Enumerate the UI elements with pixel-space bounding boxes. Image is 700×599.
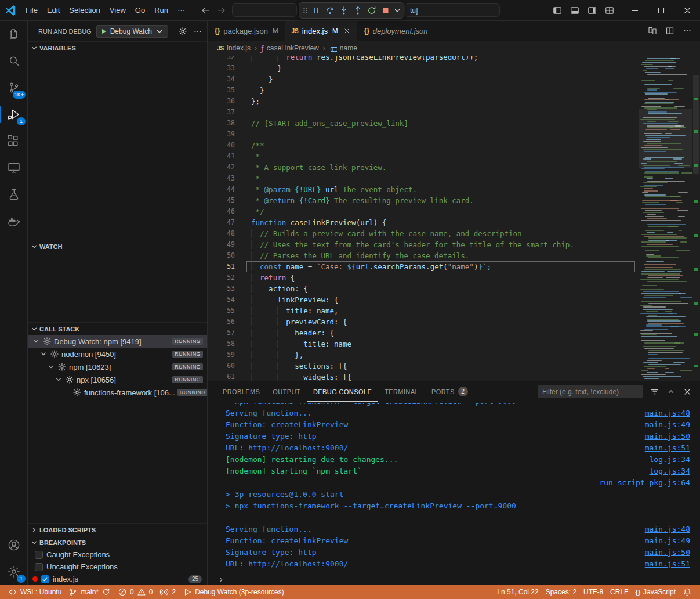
debug-toolbar-chevron-icon[interactable] — [393, 6, 402, 15]
activity-testing[interactable] — [0, 181, 27, 208]
filter-icon[interactable] — [650, 387, 659, 396]
status-notifications[interactable] — [679, 586, 695, 598]
status-eol[interactable]: CRLF — [607, 586, 632, 598]
minimap[interactable] — [639, 56, 692, 381]
code-line[interactable]: 35 } — [208, 85, 700, 96]
debug-config-picker[interactable]: Debug Watch — [96, 25, 168, 38]
line-number[interactable]: 37 — [208, 107, 235, 118]
code-line[interactable]: 48 // Builds a preview card with the cas… — [208, 228, 700, 239]
start-debug-icon[interactable] — [100, 28, 107, 35]
line-number[interactable]: 46 — [208, 206, 235, 217]
code-line[interactable]: 33 } — [208, 63, 700, 74]
code-line[interactable]: 59 }, — [208, 349, 700, 360]
menu-more[interactable]: ⋯ — [173, 4, 190, 16]
status-cursor-position[interactable]: Ln 51, Col 22 — [494, 586, 542, 598]
window-title-box[interactable]: tu] — [404, 3, 500, 17]
line-number[interactable]: 36 — [208, 96, 235, 107]
activity-settings[interactable]: 1 — [0, 558, 27, 585]
chevron-down-icon[interactable] — [55, 376, 63, 383]
menu-edit[interactable]: Edit — [42, 4, 64, 16]
line-number[interactable]: 56 — [208, 316, 235, 327]
open-changes-icon[interactable] — [648, 26, 657, 35]
status-remote[interactable]: WSL: Ubuntu — [5, 586, 65, 598]
sidebar-more-actions-icon[interactable] — [193, 27, 202, 36]
section-variables[interactable]: VARIABLES — [28, 41, 207, 54]
status-branch[interactable]: main* — [65, 586, 114, 598]
activity-search[interactable] — [0, 48, 27, 74]
line-number[interactable]: 57 — [208, 327, 235, 338]
code-line[interactable]: 38// [START add_ons_case_preview_link] — [208, 118, 700, 129]
layout-left-icon[interactable] — [553, 6, 562, 15]
code-line[interactable]: 34 } — [208, 74, 700, 85]
source-link[interactable]: main.js:51 — [645, 442, 690, 454]
editor-more-actions-icon[interactable] — [683, 26, 692, 35]
activity-extensions[interactable] — [0, 128, 27, 154]
code-line[interactable]: 56 previewCard: { — [208, 316, 700, 327]
activity-docker[interactable] — [0, 208, 27, 234]
panel-tab-debug-console[interactable]: DEBUG CONSOLE — [307, 381, 378, 402]
stop-button[interactable] — [379, 3, 393, 17]
code-line[interactable]: 43 * — [208, 173, 700, 184]
code-line[interactable]: 47function caseLinkPreview(url) { — [208, 217, 700, 228]
source-link[interactable]: main.js:50 — [645, 547, 690, 558]
source-link[interactable]: main.js:51 — [645, 558, 690, 570]
line-number[interactable]: 59 — [208, 349, 235, 360]
tab-index-js[interactable]: JSindex.jsM — [285, 21, 358, 41]
line-number[interactable]: 52 — [208, 272, 235, 283]
breakpoint-row[interactable]: Caught Exceptions — [28, 549, 207, 561]
tab-deployment-json[interactable]: {}deployment.json — [357, 21, 434, 41]
tab-package-json[interactable]: {}package.jsonM — [208, 21, 285, 41]
source-link[interactable]: main.js:48 — [645, 524, 690, 535]
layout-bottom-icon[interactable] — [570, 6, 579, 15]
panel-tab-output[interactable]: OUTPUT — [266, 381, 307, 402]
section-breakpoints[interactable]: BREAKPOINTS — [28, 536, 207, 549]
code-line[interactable]: 45 * @return {!Card} The resulting previ… — [208, 195, 700, 206]
line-number[interactable]: 41 — [208, 151, 235, 162]
maximize-panel-icon[interactable] — [666, 387, 676, 396]
breakpoint-row[interactable]: index.js25 — [28, 573, 207, 585]
close-tab-icon[interactable] — [343, 27, 350, 34]
step-into-button[interactable] — [337, 3, 351, 17]
status-ports[interactable]: 2 — [156, 586, 179, 598]
source-link[interactable]: log.js:34 — [650, 454, 690, 466]
call-stack-row[interactable]: npm [10623]RUNNING — [28, 360, 207, 373]
line-number[interactable]: 43 — [208, 173, 235, 184]
line-number[interactable]: 33 — [208, 63, 235, 74]
breakpoint-row[interactable]: Uncaught Exceptions — [28, 561, 207, 573]
activity-source-control[interactable]: 1K+ — [0, 74, 27, 101]
status-encoding[interactable]: UTF-8 — [580, 586, 607, 598]
call-stack-row[interactable]: nodemon [9450]RUNNING — [28, 348, 207, 360]
line-number[interactable]: 45 — [208, 195, 235, 206]
call-stack-row[interactable]: functions-framework [106...RUNNING — [28, 386, 207, 399]
debug-settings-gear-icon[interactable] — [178, 27, 187, 36]
chevron-down-icon[interactable] — [47, 363, 55, 370]
line-number[interactable]: 38 — [208, 118, 235, 129]
activity-run-and-debug[interactable]: 1 — [0, 101, 27, 128]
layout-right-icon[interactable] — [587, 6, 597, 15]
code-line[interactable]: 51 const name = `Case: ${url.searchParam… — [208, 261, 700, 272]
restart-button[interactable] — [365, 3, 379, 17]
code-line[interactable]: 57 header: { — [208, 327, 700, 338]
back-button[interactable] — [199, 4, 212, 17]
code-line[interactable]: 52 return { — [208, 272, 700, 283]
source-link[interactable]: main.js:49 — [645, 535, 690, 547]
forward-button[interactable] — [215, 4, 228, 17]
status-language[interactable]: {}JavaScript — [632, 586, 679, 598]
line-number[interactable]: 50 — [208, 250, 235, 261]
source-link[interactable]: log.js:34 — [650, 466, 690, 477]
panel-tab-ports[interactable]: PORTS2 — [425, 381, 474, 402]
breakpoint-checkbox[interactable] — [41, 575, 49, 583]
line-number[interactable]: 35 — [208, 85, 235, 96]
code-editor[interactable]: 32 return res.json(caseLinkPreview(parse… — [208, 56, 700, 381]
code-line[interactable]: 44 * @param {!URL} url The event object. — [208, 184, 700, 195]
activity-accounts[interactable] — [0, 532, 27, 558]
step-out-button[interactable] — [351, 3, 365, 17]
menu-view[interactable]: View — [105, 4, 130, 16]
line-number[interactable]: 60 — [208, 360, 235, 371]
line-number[interactable]: 32 — [208, 56, 235, 63]
section-call-stack[interactable]: CALL STACK — [28, 322, 207, 335]
breadcrumb-item[interactable]: ƒcaseLinkPreview — [261, 44, 319, 53]
line-number[interactable]: 40 — [208, 140, 235, 151]
line-number[interactable]: 54 — [208, 294, 235, 305]
line-number[interactable]: 48 — [208, 228, 235, 239]
